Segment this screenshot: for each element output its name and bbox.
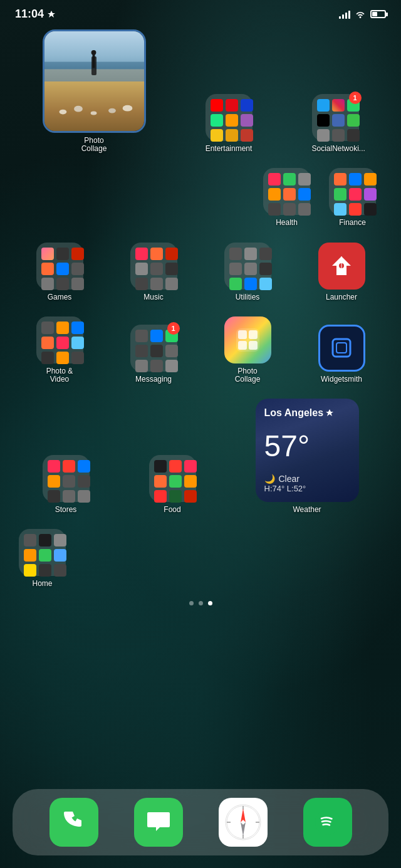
games-label: Games (48, 293, 72, 301)
svg-point-4 (91, 50, 96, 55)
utilities-folder[interactable]: Utilities (224, 243, 271, 301)
status-time: 11:04 (15, 8, 55, 21)
city-name: Los Angeles (264, 407, 324, 419)
weather-widget-app[interactable]: Los Angeles 57° 🌙 Clear H:74° L:52° (256, 399, 359, 514)
messaging-label: Messaging (135, 375, 172, 384)
social-networking-folder[interactable]: 1 SocialNetwoki... (312, 94, 359, 153)
peacock-mini (241, 114, 253, 127)
widgetsmith-app[interactable]: Widgetsmith (318, 325, 365, 384)
status-bar: 11:04 (0, 0, 401, 23)
youtube-mini (211, 99, 223, 112)
st3 (78, 460, 90, 473)
weather-widget-content: Los Angeles 57° 🌙 Clear H:74° L:52° (256, 399, 359, 502)
games-folder-icon (36, 243, 83, 290)
pv8 (56, 352, 69, 364)
g6 (71, 263, 84, 275)
f9 (184, 490, 197, 503)
h3 (54, 534, 66, 546)
m3 (165, 248, 178, 260)
pv7 (41, 352, 54, 364)
photo-collage-single-label: Photo Collage (224, 367, 271, 384)
fb-mini (332, 114, 345, 127)
fin8 (349, 203, 362, 216)
health-folder[interactable]: Health (263, 168, 310, 227)
f1 (154, 460, 167, 473)
weather-label: Weather (293, 506, 321, 514)
home-folder[interactable]: Home (19, 529, 66, 588)
utilities-folder-icon (224, 243, 271, 290)
hulu-mini (211, 114, 223, 127)
low-temp: L:52° (287, 484, 306, 493)
icon-row-4: Photo & Video 1 Messaging (13, 316, 388, 384)
st1 (48, 460, 60, 473)
games-folder[interactable]: Games (36, 243, 83, 301)
app6-mini (347, 114, 360, 127)
phone-dock-icon[interactable] (49, 798, 98, 847)
messages-dock-icon[interactable] (134, 798, 183, 847)
disney-mini (241, 99, 253, 112)
health3 (298, 173, 311, 186)
health7 (268, 203, 281, 216)
f6 (184, 475, 197, 488)
page-dot-3[interactable] (208, 601, 212, 605)
fin4 (334, 188, 346, 201)
finance-folder[interactable]: Finance (329, 168, 376, 227)
weather-condition: 🌙 Clear (264, 474, 350, 484)
amazon-mini (226, 114, 238, 127)
food-folder[interactable]: Food (149, 455, 196, 514)
weather-detail: H:74° L:52° (264, 484, 350, 493)
f2 (169, 460, 182, 473)
twitter-mini (317, 99, 330, 112)
msg2 (150, 330, 163, 342)
svg-rect-18 (333, 339, 350, 357)
m6 (165, 263, 178, 275)
g1 (41, 248, 54, 260)
tiktok-mini (317, 114, 330, 127)
app8-mini (332, 129, 345, 142)
m2 (150, 248, 163, 260)
spotify-dock-icon[interactable] (303, 798, 352, 847)
fin7 (334, 203, 346, 216)
svg-point-29 (315, 810, 340, 835)
u7 (229, 278, 242, 290)
safari-dock-icon[interactable] (219, 798, 268, 847)
pv6 (71, 337, 84, 349)
f7 (154, 490, 167, 503)
h2 (39, 534, 51, 546)
stores-folder-icon (43, 455, 90, 502)
health8 (283, 203, 296, 216)
high-temp: H:74° (264, 484, 285, 493)
svg-point-6 (59, 109, 66, 114)
stores-folder[interactable]: Stores (43, 455, 90, 514)
page-dot-1[interactable] (189, 601, 194, 605)
health5 (283, 188, 296, 201)
g2 (56, 248, 69, 260)
fin5 (349, 188, 362, 201)
u6 (259, 263, 272, 275)
photo-video-label: Photo & Video (36, 367, 83, 384)
messaging-folder[interactable]: 1 Messaging (130, 325, 177, 384)
st6 (78, 475, 90, 488)
pv3 (71, 322, 84, 334)
dock (13, 789, 388, 855)
u3 (259, 248, 272, 260)
svg-rect-3 (92, 55, 95, 68)
fin6 (364, 188, 377, 201)
st2 (63, 460, 75, 473)
pv5 (56, 337, 69, 349)
msg6 (165, 345, 178, 357)
entertainment-folder[interactable]: Entertainment (206, 94, 253, 153)
app7-mini (317, 129, 330, 142)
health-folder-icon (263, 168, 310, 215)
music-folder[interactable]: Music (130, 243, 177, 301)
signal-icon (339, 10, 350, 19)
page-dot-2[interactable] (199, 601, 203, 605)
photo-collage-large-widget[interactable]: Photo Collage (43, 29, 146, 153)
launcher-app[interactable]: Launcher (318, 243, 365, 301)
photo-collage-single-app[interactable]: Photo Collage (224, 316, 271, 384)
msg7 (135, 360, 148, 372)
food-label: Food (164, 506, 180, 514)
msg1 (135, 330, 148, 342)
svg-rect-14 (238, 330, 247, 339)
photo-video-folder[interactable]: Photo & Video (36, 316, 83, 384)
